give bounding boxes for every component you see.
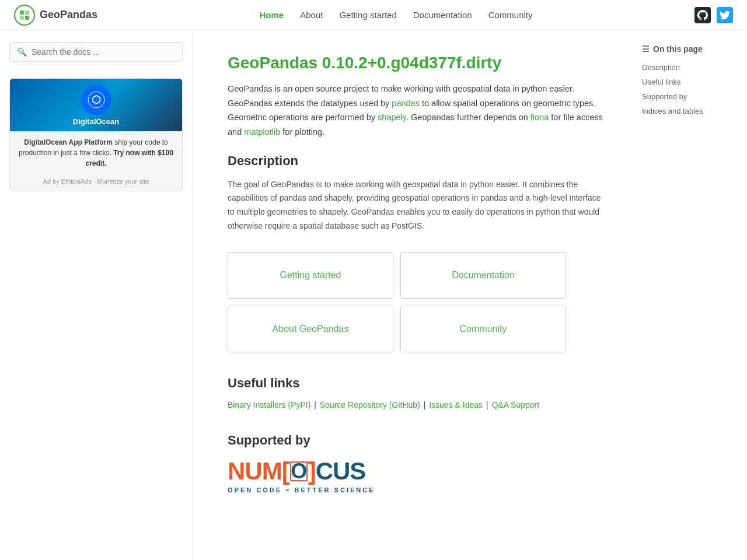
on-this-page-header: ☰ On this page xyxy=(642,44,735,54)
matplotlib-link[interactable]: matplotlib xyxy=(244,127,280,136)
nav-community[interactable]: Community xyxy=(488,10,533,20)
main-content: GeoPandas 0.10.2+0.g04d377f.dirty GeoPan… xyxy=(193,30,630,560)
ad-bold: DigitalOcean App Platform xyxy=(24,138,113,146)
pypi-link[interactable]: Binary Installers (PyPI) xyxy=(228,400,310,410)
numfocus-logo: NUM [ O ] CUS OPEN CODE = BETTER SCIENCE xyxy=(228,457,414,494)
ad-box: ⬡ DigitalOcean DigitalOcean App Platform… xyxy=(9,78,183,191)
social-icons xyxy=(694,7,733,23)
github-icon[interactable] xyxy=(694,7,711,23)
nf-bracket-inner: O xyxy=(290,461,308,481)
ad-footer: Ad by EthicalAds · Monetize your site xyxy=(10,174,182,191)
page-layout: 🔍 ⬡ DigitalOcean DigitalOcean App Platfo… xyxy=(0,30,747,560)
nav-documentation[interactable]: Documentation xyxy=(413,10,472,20)
card-about-geopandas[interactable]: About GeoPandas xyxy=(228,306,393,352)
svg-rect-3 xyxy=(20,16,24,20)
monetize-link[interactable]: Monetize your site xyxy=(97,178,149,185)
do-logo: ⬡ xyxy=(81,85,111,115)
left-sidebar: 🔍 ⬡ DigitalOcean DigitalOcean App Platfo… xyxy=(0,30,193,560)
geopandas-logo-icon xyxy=(14,5,35,26)
toc-item-indices: Indices and tables xyxy=(642,106,735,116)
on-this-page-label: On this page xyxy=(653,44,703,54)
cards-grid: Getting started Documentation About GeoP… xyxy=(228,252,566,352)
right-sidebar: ☰ On this page Description Useful links … xyxy=(630,30,747,560)
numfocus-text: NUM [ O ] CUS xyxy=(228,457,414,485)
search-input[interactable] xyxy=(32,47,175,57)
intro-text: GeoPandas is an open source project to m… xyxy=(228,82,607,139)
svg-rect-1 xyxy=(20,10,24,15)
toc-link-useful-links[interactable]: Useful links xyxy=(642,78,680,86)
shapely-link[interactable]: shapely xyxy=(378,113,406,122)
ad-image: ⬡ DigitalOcean xyxy=(10,79,182,131)
supported-by-heading: Supported by xyxy=(228,433,607,448)
twitter-icon[interactable] xyxy=(717,7,733,23)
on-this-page-links: Description Useful links Supported by In… xyxy=(642,62,735,116)
nf-bracket-close: ] xyxy=(308,457,316,485)
toc-link-description[interactable]: Description xyxy=(642,63,680,72)
nf-num: NUM xyxy=(228,457,282,485)
svg-point-0 xyxy=(15,5,34,25)
do-label: DigitalOcean xyxy=(73,117,119,126)
nf-focus: CUS xyxy=(316,457,366,485)
svg-rect-4 xyxy=(25,16,29,20)
nav-home[interactable]: Home xyxy=(260,10,284,20)
ad-text: DigitalOcean App Platform ship your code… xyxy=(10,131,182,174)
search-icon: 🔍 xyxy=(17,47,27,57)
svg-rect-2 xyxy=(25,10,29,15)
nav-links: Home About Getting started Documentation… xyxy=(260,10,533,20)
useful-links-heading: Useful links xyxy=(228,376,607,391)
fiona-link[interactable]: fiona xyxy=(530,113,549,122)
nf-tagline: OPEN CODE = BETTER SCIENCE xyxy=(228,487,414,494)
nf-bracket-open: [ xyxy=(282,457,289,485)
github-repo-link[interactable]: Source Repository (GitHub) xyxy=(320,400,420,410)
sep3: | xyxy=(486,400,491,410)
description-heading: Description xyxy=(228,153,607,169)
pandas-link[interactable]: pandas xyxy=(392,99,420,108)
nav-getting-started[interactable]: Getting started xyxy=(339,10,396,20)
toc-link-indices[interactable]: Indices and tables xyxy=(642,107,703,116)
issues-link[interactable]: Issues & Ideas xyxy=(429,400,483,410)
description-text: The goal of GeoPandas is to make working… xyxy=(228,178,607,233)
useful-links-section: Useful links Binary Installers (PyPI) | … xyxy=(228,376,607,410)
ad-footer-sep: · xyxy=(93,178,95,185)
ad-footer-left: Ad by EthicalAds xyxy=(43,178,92,185)
logo-link[interactable]: GeoPandas xyxy=(14,5,97,26)
card-getting-started[interactable]: Getting started xyxy=(228,252,393,299)
navbar: GeoPandas Home About Getting started Doc… xyxy=(0,0,747,30)
nav-about[interactable]: About xyxy=(300,10,323,20)
toc-item-useful-links: Useful links xyxy=(642,76,735,86)
svg-text:⬡: ⬡ xyxy=(92,94,101,106)
toc-link-supported-by[interactable]: Supported by xyxy=(642,92,687,101)
list-icon: ☰ xyxy=(642,44,650,54)
card-documentation[interactable]: Documentation xyxy=(400,252,566,299)
page-title: GeoPandas 0.10.2+0.g04d377f.dirty xyxy=(228,54,607,72)
sep2: | xyxy=(424,400,428,410)
qa-link[interactable]: Q&A Support xyxy=(491,400,539,410)
toc-item-supported-by: Supported by xyxy=(642,91,735,101)
supported-section: Supported by NUM [ O ] CUS OPEN CODE = B… xyxy=(228,433,607,494)
search-box[interactable]: 🔍 xyxy=(9,42,183,62)
toc-item-description: Description xyxy=(642,62,735,72)
card-community[interactable]: Community xyxy=(400,306,566,352)
logo-text: GeoPandas xyxy=(40,9,97,21)
useful-links-line: Binary Installers (PyPI) | Source Reposi… xyxy=(228,400,607,410)
sep1: | xyxy=(314,400,319,410)
